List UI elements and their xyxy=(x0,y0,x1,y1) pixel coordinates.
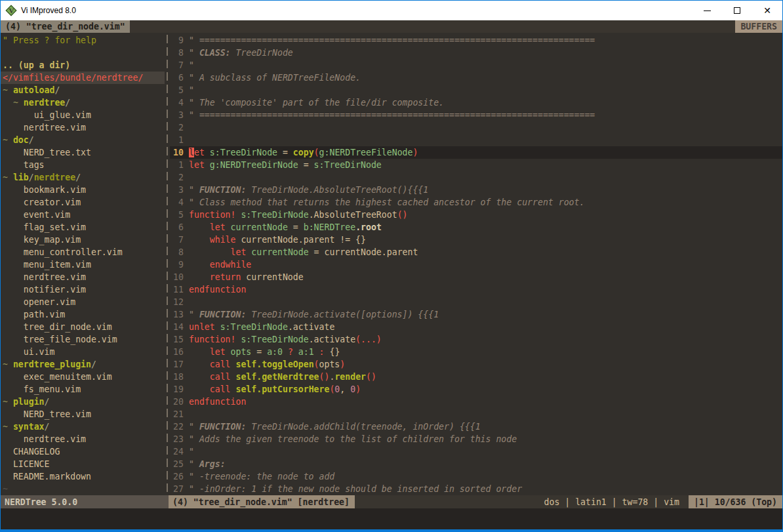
syntax-segment-t xyxy=(215,322,220,332)
tree-item[interactable] xyxy=(3,47,165,59)
code-line[interactable]: 11endfunction xyxy=(170,283,782,296)
editor-panel[interactable]: 9" =====================================… xyxy=(170,33,782,495)
tree-item[interactable]: ~ nerdtree/ xyxy=(3,96,165,109)
code-line[interactable]: 8" CLASS: TreeDirNode xyxy=(170,47,782,59)
tree-item[interactable]: ~ lib/nerdtree/ xyxy=(3,171,165,184)
code-line[interactable]: 2 xyxy=(170,121,782,134)
split-separator[interactable] xyxy=(165,33,170,495)
code-line[interactable]: 7" xyxy=(170,59,782,72)
syntax-segment-k: while xyxy=(210,235,236,245)
code-line[interactable]: 26" -treenode: the node to add xyxy=(170,470,782,483)
syntax-segment-k: return xyxy=(210,272,241,282)
tree-item[interactable]: exec_menuitem.vim xyxy=(3,371,165,383)
tree-item[interactable]: notifier.vim xyxy=(3,283,165,296)
code-line[interactable]: 8 let currentNode = currentNode.parent xyxy=(170,246,782,258)
tree-item[interactable]: fs_menu.vim xyxy=(3,383,165,396)
tree-item[interactable]: </vimfiles/bundle/nerdtree/ xyxy=(1,72,165,84)
code-line[interactable]: 3" FUNCTION: TreeDirNode.AbsoluteTreeRoo… xyxy=(170,184,782,196)
tree-item[interactable]: nerdtree.vim xyxy=(3,271,165,283)
line-number: 4 xyxy=(170,96,184,109)
code-line[interactable]: 21 xyxy=(170,408,782,420)
code-line[interactable]: 4" Class method that returns the highest… xyxy=(170,196,782,209)
tree-item[interactable]: ui.vim xyxy=(3,346,165,358)
line-number: 27 xyxy=(170,483,184,495)
code-line[interactable]: 2 xyxy=(170,171,782,184)
close-button[interactable]: ✕ xyxy=(752,1,782,20)
tree-item[interactable]: LICENCE xyxy=(3,458,165,470)
code-line[interactable]: 16 let opts = a:0 ? a:1 : {} xyxy=(170,346,782,358)
tree-item[interactable]: README.markdown xyxy=(3,470,165,483)
code-line[interactable]: 6" A subclass of NERDTreeFileNode. xyxy=(170,72,782,84)
code-line[interactable]: 1 xyxy=(170,134,782,146)
tree-item[interactable]: nerdtree.vim xyxy=(3,433,165,445)
code-line[interactable]: 7 while currentNode.parent != {} xyxy=(170,234,782,246)
line-number: 20 xyxy=(170,396,184,408)
tree-item[interactable]: ~ xyxy=(3,483,165,495)
code-line[interactable]: 9" =====================================… xyxy=(170,34,782,47)
command-line[interactable] xyxy=(1,508,782,530)
syntax-segment-c: TreeDirNode.activate([options]) {{{1 xyxy=(246,310,439,319)
syntax-segment-file: CHANGELOG xyxy=(3,447,60,457)
syntax-segment-t xyxy=(189,222,210,232)
code-line[interactable]: 10 return currentNode xyxy=(170,271,782,283)
code-line[interactable]: 25" Args: xyxy=(170,458,782,470)
tree-item[interactable]: CHANGELOG xyxy=(3,445,165,458)
syntax-segment-t xyxy=(189,347,210,357)
code-line[interactable]: 15function! s:TreeDirNode.activate(...) xyxy=(170,333,782,346)
code-line[interactable]: 22" FUNCTION: TreeDirNode.addChild(treen… xyxy=(170,420,782,433)
code-line[interactable]: 9 endwhile xyxy=(170,258,782,271)
code-line[interactable]: 3" =====================================… xyxy=(170,109,782,121)
tree-item[interactable]: tags xyxy=(3,159,165,171)
tree-item[interactable]: tree_dir_node.vim xyxy=(3,321,165,333)
tree-item[interactable]: ~ nerdtree_plugin/ xyxy=(3,358,165,371)
code-line[interactable]: 4" The 'composite' part of the file/dir … xyxy=(170,96,782,109)
code-line[interactable]: 20endfunction xyxy=(170,396,782,408)
syntax-segment-f: self.getNerdtree xyxy=(235,372,319,382)
code-line[interactable]: 10let s:TreeDirNode = copy(g:NERDTreeFil… xyxy=(170,146,782,159)
code-line[interactable]: 14unlet s:TreeDirNode.activate xyxy=(170,321,782,333)
tree-item[interactable]: key_map.vim xyxy=(3,234,165,246)
code-line[interactable]: 6 let currentNode = b:NERDTree.root xyxy=(170,221,782,234)
tree-item[interactable]: bookmark.vim xyxy=(3,184,165,196)
tree-item[interactable]: nerdtree.vim xyxy=(3,121,165,134)
minimize-button[interactable] xyxy=(692,1,722,20)
tree-item[interactable]: NERD_tree.txt xyxy=(3,146,165,159)
tree-item[interactable]: NERD_tree.vim xyxy=(3,408,165,420)
code-line[interactable]: 23" Adds the given treenode to the list … xyxy=(170,433,782,445)
code-line[interactable]: 27" -inOrder: 1 if the new node should b… xyxy=(170,483,782,495)
tree-item[interactable]: event.vim xyxy=(3,209,165,221)
line-number: 22 xyxy=(170,420,184,433)
code-line[interactable]: 5function! s:TreeDirNode.AbsoluteTreeRoo… xyxy=(170,209,782,221)
code-line[interactable]: 12 xyxy=(170,296,782,308)
tree-item[interactable]: path.vim xyxy=(3,308,165,321)
titlebar[interactable]: V Vi IMproved 8.0 ✕ xyxy=(1,1,782,20)
tree-item[interactable]: creator.vim xyxy=(3,196,165,209)
active-tab[interactable]: (4) "tree_dir_node.vim" xyxy=(1,20,130,33)
code-line[interactable]: 18 call self.getNerdtree().render() xyxy=(170,371,782,383)
tree-item[interactable]: " Press ? for help xyxy=(3,34,165,47)
tabline: (4) "tree_dir_node.vim" BUFFERS xyxy=(1,20,782,33)
tree-item[interactable]: ui_glue.vim xyxy=(3,109,165,121)
tree-item[interactable]: tree_file_node.vim xyxy=(3,333,165,346)
line-number: 18 xyxy=(170,371,184,383)
code-line[interactable]: 19 call self.putCursorHere(0, 0) xyxy=(170,383,782,396)
tree-item[interactable]: ~ syntax/ xyxy=(3,420,165,433)
code-line[interactable]: 17 call self.toggleOpen(opts) xyxy=(170,358,782,371)
code-line[interactable]: 13" FUNCTION: TreeDirNode.activate([opti… xyxy=(170,308,782,321)
maximize-button[interactable] xyxy=(722,1,752,20)
syntax-segment-k: : xyxy=(319,347,325,357)
tree-item[interactable]: opener.vim xyxy=(3,296,165,308)
code-line[interactable]: 1let g:NERDTreeDirNode = s:TreeDirNode xyxy=(170,159,782,171)
tree-item[interactable]: ~ plugin/ xyxy=(3,396,165,408)
code-line[interactable]: 24" xyxy=(170,445,782,458)
tree-item[interactable]: ~ doc/ xyxy=(3,134,165,146)
tree-item[interactable]: menu_controller.vim xyxy=(3,246,165,258)
tree-item[interactable]: flag_set.vim xyxy=(3,221,165,234)
syntax-segment-c: " xyxy=(189,60,194,70)
tree-item[interactable]: menu_item.vim xyxy=(3,258,165,271)
code-line[interactable]: 5" xyxy=(170,84,782,96)
tree-item[interactable]: .. (up a dir) xyxy=(3,59,165,72)
tree-item[interactable]: ~ autoload/ xyxy=(3,84,165,96)
syntax-segment-k: unlet xyxy=(189,322,215,332)
nerdtree-panel[interactable]: " Press ? for help.. (up a dir)</vimfile… xyxy=(1,33,165,495)
